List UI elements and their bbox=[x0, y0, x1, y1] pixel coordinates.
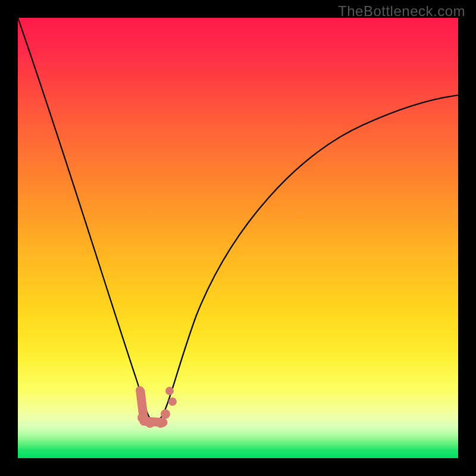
marker-dot bbox=[145, 418, 155, 428]
marker-dot bbox=[165, 387, 174, 395]
marker-dot bbox=[156, 418, 165, 428]
site-watermark: TheBottleneck.com bbox=[338, 3, 465, 20]
plot-area bbox=[18, 18, 458, 458]
marker-dot bbox=[136, 386, 144, 394]
marker-dot bbox=[161, 409, 170, 419]
marker-dot bbox=[168, 397, 177, 406]
marker-dot bbox=[138, 400, 146, 409]
chart-container: TheBottleneck.com bbox=[0, 0, 476, 476]
plot-svg bbox=[18, 18, 458, 458]
